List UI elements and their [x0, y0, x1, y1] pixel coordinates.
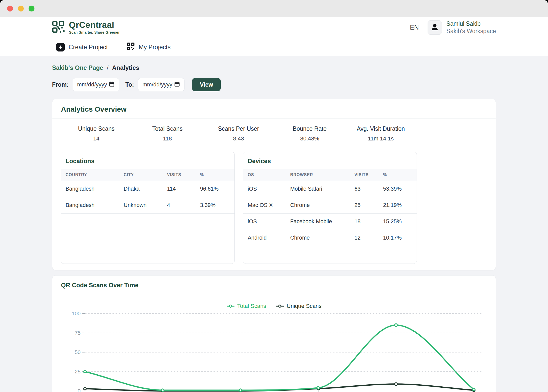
breadcrumb-parent-link[interactable]: Sakib's One Page: [52, 64, 103, 71]
legend-marker-icon: [276, 303, 284, 309]
stat-value: 30.43%: [274, 135, 345, 142]
chart-title: QR Code Scans Over Time: [61, 282, 487, 289]
table-row: Mac OS XChrome2521.19%: [243, 197, 417, 214]
table-row: BangladeshUnknown43.39%: [61, 197, 234, 214]
date-placeholder: mm/dd/yyyy: [142, 81, 172, 88]
stat-label: Bounce Rate: [274, 125, 345, 132]
my-projects-button[interactable]: My Projects: [122, 42, 170, 52]
table-cell: 96.61%: [195, 181, 234, 197]
breadcrumb-current: Analytics: [112, 64, 139, 71]
create-project-label: Create Project: [69, 44, 108, 51]
table-cell: Bangladesh: [61, 181, 119, 197]
user-menu[interactable]: Samiul Sakib Sakib's Workspace: [428, 20, 496, 34]
svg-text:0: 0: [78, 388, 81, 392]
create-project-button[interactable]: + Create Project: [52, 43, 108, 51]
stat-value: 14: [61, 135, 132, 142]
qr-code-icon: [52, 21, 65, 34]
legend-marker-icon: [227, 303, 235, 309]
stat-avg-visit-duration: Avg. Visit Duration 11m 14.1s: [345, 125, 416, 142]
stat-unique-scans: Unique Scans 14: [61, 125, 132, 142]
person-icon: [430, 23, 439, 32]
table-cell: iOS: [243, 214, 286, 230]
devices-table: OSBrowserVisits% iOSMobile Safari6353.39…: [243, 169, 417, 246]
stat-bounce-rate: Bounce Rate 30.43%: [274, 125, 345, 142]
table-cell: Chrome: [286, 197, 350, 214]
overview-title: Analytics Overview: [61, 105, 487, 113]
stat-value: 8.43: [203, 135, 274, 142]
locations-card: Locations CountryCityVisits% BangladeshD…: [61, 152, 235, 264]
column-header: Country: [61, 169, 119, 181]
column-header: Visits: [163, 169, 195, 181]
my-projects-label: My Projects: [139, 44, 170, 51]
language-selector[interactable]: EN: [410, 24, 419, 31]
qr-grid-icon: [127, 42, 135, 52]
column-header: OS: [243, 169, 286, 181]
table-cell: Mac OS X: [243, 197, 286, 214]
table-cell: 12: [350, 230, 378, 246]
workspace-name: Sakib's Workspace: [446, 28, 496, 35]
locations-title: Locations: [66, 158, 94, 164]
chart-legend: Total Scans Unique Scans: [52, 303, 496, 309]
table-cell: iOS: [243, 181, 286, 197]
table-cell: 15.25%: [378, 214, 417, 230]
minimize-window-button[interactable]: [18, 6, 24, 11]
column-header: City: [119, 169, 163, 181]
table-cell: 4: [163, 197, 195, 214]
legend-label: Total Scans: [237, 303, 266, 309]
column-header: %: [195, 169, 234, 181]
from-label: From:: [52, 81, 69, 88]
svg-text:50: 50: [75, 349, 81, 355]
stat-label: Scans Per User: [203, 125, 274, 132]
date-placeholder: mm/dd/yyyy: [77, 81, 107, 88]
stat-label: Total Scans: [132, 125, 203, 132]
stat-total-scans: Total Scans 118: [132, 125, 203, 142]
stat-label: Avg. Visit Duration: [345, 125, 416, 132]
table-cell: Mobile Safari: [286, 181, 350, 197]
calendar-icon: [109, 81, 115, 88]
main-nav: + Create Project My Projects: [0, 38, 548, 56]
to-date-input[interactable]: mm/dd/yyyy: [138, 78, 184, 91]
table-cell: Unknown: [119, 197, 163, 214]
brand-tagline: Scan Smarter. Share Greener: [69, 30, 119, 34]
user-name: Samiul Sakib: [446, 20, 496, 27]
date-filter-bar: From: mm/dd/yyyy To: mm/dd/yyyy: [52, 78, 496, 91]
stat-scans-per-user: Scans Per User 8.43: [203, 125, 274, 142]
table-cell: 63: [350, 181, 378, 197]
app-header: QrCentraal Scan Smarter. Share Greener E…: [0, 17, 548, 38]
svg-text:75: 75: [75, 330, 81, 336]
legend-item-unique-scans[interactable]: Unique Scans: [276, 303, 321, 309]
view-button[interactable]: View: [192, 78, 221, 91]
zoom-window-button[interactable]: [29, 6, 34, 11]
svg-text:25: 25: [75, 369, 81, 374]
column-header: Browser: [286, 169, 350, 181]
table-cell: Dhaka: [119, 181, 163, 197]
brand-name: QrCentraal: [69, 20, 119, 30]
brand-logo[interactable]: QrCentraal Scan Smarter. Share Greener: [52, 20, 119, 34]
page-content: Sakib's One Page / Analytics From: mm/dd…: [0, 56, 548, 392]
stat-label: Unique Scans: [61, 125, 132, 132]
legend-item-total-scans[interactable]: Total Scans: [227, 303, 266, 309]
table-cell: 53.39%: [378, 181, 417, 197]
breadcrumb-separator: /: [107, 64, 108, 71]
table-row: iOSFacebook Mobile1815.25%: [243, 214, 417, 230]
window-titlebar: [0, 0, 548, 17]
line-chart: 02550751002025-09-212025-09-232025-09-24…: [52, 309, 496, 392]
breadcrumb: Sakib's One Page / Analytics: [52, 64, 496, 71]
table-row: AndroidChrome1210.17%: [243, 230, 417, 246]
close-window-button[interactable]: [7, 6, 13, 11]
from-date-input[interactable]: mm/dd/yyyy: [73, 78, 119, 91]
to-label: To:: [125, 81, 134, 88]
analytics-overview-card: Analytics Overview Unique Scans 14 Total…: [52, 99, 496, 270]
column-header: %: [378, 169, 417, 181]
scans-over-time-card: QR Code Scans Over Time Total Scans: [52, 275, 496, 392]
table-cell: 25: [350, 197, 378, 214]
table-cell: Bangladesh: [61, 197, 119, 214]
app-window: QrCentraal Scan Smarter. Share Greener E…: [0, 0, 548, 392]
locations-table: CountryCityVisits% BangladeshDhaka11496.…: [61, 169, 234, 214]
column-header: Visits: [350, 169, 378, 181]
devices-card: Devices OSBrowserVisits% iOSMobile Safar…: [243, 152, 417, 264]
stat-value: 11m 14.1s: [345, 135, 416, 142]
table-cell: 114: [163, 181, 195, 197]
table-cell: 21.19%: [378, 197, 417, 214]
table-cell: Android: [243, 230, 286, 246]
